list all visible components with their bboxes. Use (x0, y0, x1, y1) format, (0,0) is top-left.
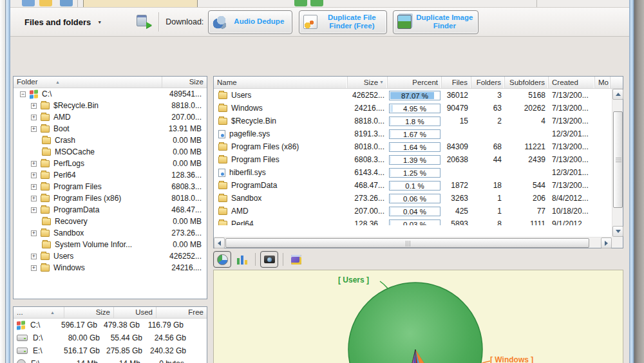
duplicate-file-finder-button[interactable]: Duplicate File Finder (Free) (299, 10, 387, 34)
file-row[interactable]: pagefile.sys8191.3...1.67 %12/3/201... (214, 127, 612, 140)
arrow-right-icon (605, 241, 608, 246)
tree-row[interactable]: +AMD207.00... (14, 111, 207, 123)
tree-row[interactable]: System Volume Infor...0.00 MB (14, 239, 207, 250)
column-header-size[interactable]: Size (64, 307, 113, 318)
column-header-folders[interactable]: Folders (471, 77, 505, 88)
toolbar-icon-partial-2[interactable] (39, 0, 52, 6)
chart-toolbar (213, 250, 305, 268)
drive-row[interactable]: E:\516.17 Gb275.85 Gb240.32 Gb (14, 344, 207, 357)
screenshot-button[interactable] (260, 251, 278, 268)
tree-item-label: Program Files (x86) (53, 194, 160, 203)
toolbar-icon-partial-3[interactable] (60, 0, 73, 6)
file-row[interactable]: Users426252...87.07 %36012351687/13/200.… (214, 89, 612, 102)
expand-icon[interactable]: + (31, 196, 37, 201)
toolbar-icon-partial-4[interactable] (294, 0, 307, 6)
tree-row[interactable]: Recovery0.00 MB (14, 216, 207, 227)
expand-icon[interactable]: + (31, 207, 37, 213)
tree-row[interactable]: +Program Files6808.3... (14, 181, 207, 192)
tree-row[interactable]: +$Recycle.Bin8818.0... (14, 100, 207, 111)
view-selector-button[interactable]: Files and folders ▼ (18, 12, 108, 32)
tree-item-label: Recovery (55, 217, 160, 226)
bar-chart-view-button[interactable] (234, 251, 251, 268)
path-input-partial[interactable] (83, 0, 198, 8)
file-cell-percent: 1.25 % (388, 168, 442, 178)
vertical-scrollbar-thumb[interactable] (613, 111, 623, 208)
tree-row[interactable]: +Sandbox273.26... (14, 227, 207, 239)
expand-icon[interactable]: + (31, 126, 37, 132)
bar-chart-icon (237, 254, 248, 265)
drive-row[interactable]: F:\14 Mb14 Mb0 bytes (14, 357, 207, 363)
file-cell-created: 8/4/2012... (549, 194, 595, 203)
file-row[interactable]: Windows24216....4.95 %9047963202627/13/2… (214, 102, 612, 115)
scroll-right-button[interactable] (601, 237, 612, 248)
column-header-size[interactable]: Size (162, 77, 207, 88)
file-row[interactable]: AMD207.00...0.04 %42517710/18/20... (214, 205, 612, 218)
file-cell-folders: 68 (471, 142, 505, 151)
arrow-up-icon (616, 93, 621, 96)
tree-row[interactable]: +Boot13.91 MB (14, 123, 207, 135)
file-cell-created: 12/3/201... (549, 168, 595, 177)
column-header-name[interactable]: Name (214, 77, 348, 88)
column-header-drive[interactable]: ... (14, 307, 47, 318)
horizontal-splitter[interactable] (13, 299, 207, 306)
export-report-button[interactable] (135, 14, 151, 30)
view-selector-label: Files and folders (24, 17, 91, 27)
collapse-icon[interactable]: − (20, 91, 26, 97)
file-row[interactable]: Program Files6808.3...1.39 %206384424397… (214, 153, 612, 166)
column-header-size[interactable]: Size ▼ (348, 77, 388, 88)
expand-icon[interactable]: + (31, 254, 37, 259)
drive-row[interactable]: C:\596.17 Gb479.38 Gb116.79 Gb (14, 319, 207, 331)
tree-row[interactable]: Crash0.00 MB (14, 135, 207, 146)
tree-row[interactable]: +Users426252... (14, 250, 207, 262)
audio-dedupe-button[interactable]: Audio Dedupe (208, 10, 292, 34)
save-chart-button[interactable] (288, 251, 305, 268)
column-header-files[interactable]: Files (442, 77, 471, 88)
file-row[interactable]: Sandbox273.26...0.06 %326312068/4/2012..… (214, 192, 612, 205)
column-header-created[interactable]: Created (549, 77, 595, 88)
tree-row[interactable]: +PerfLogs0.00 MB (14, 158, 207, 169)
tree-row[interactable]: +Windows24216.... (14, 262, 207, 274)
file-row[interactable]: hiberfil.sys6143.4...1.25 %12/3/201... (214, 166, 612, 179)
expand-icon[interactable]: + (31, 265, 37, 271)
column-header-folder[interactable]: Folder (14, 77, 52, 88)
expand-icon[interactable]: + (31, 161, 37, 167)
audio-dedupe-icon (213, 15, 227, 29)
column-header-free[interactable]: Free (156, 307, 207, 318)
scroll-left-button[interactable] (214, 237, 225, 248)
file-row[interactable]: ProgramData468.47...0.1 %1872185447/13/2… (214, 179, 612, 192)
file-row[interactable]: Perl64128.36...0.03 %5893811119/1/2012..… (214, 218, 612, 225)
tree-row[interactable]: +Program Files (x86)8018.0... (14, 192, 207, 204)
expand-icon[interactable]: + (31, 184, 37, 190)
file-cell-name: $Recycle.Bin (214, 116, 348, 126)
column-header-mo[interactable]: Mo (595, 77, 611, 88)
tree-row[interactable]: +Perl64128.36... (14, 169, 207, 181)
drive-row[interactable]: D:\80.00 Gb55.44 Gb24.56 Gb (14, 331, 207, 344)
tree-row[interactable]: −C:\489541... (14, 88, 207, 100)
scroll-down-button[interactable] (612, 226, 623, 237)
scroll-up-button[interactable] (612, 89, 623, 100)
toolbar-icon-partial-1[interactable] (22, 0, 35, 6)
vertical-splitter[interactable] (207, 39, 213, 363)
horizontal-scrollbar[interactable] (214, 237, 612, 248)
duplicate-image-finder-button[interactable]: Duplicate Image Finder (393, 10, 478, 34)
folder-icon (41, 195, 50, 202)
horizontal-scrollbar-thumb[interactable] (225, 238, 589, 248)
percent-value: 0.1 % (390, 182, 440, 190)
tree-row[interactable]: MSOCache0.00 MB (14, 146, 207, 158)
percent-bar: 1.64 % (389, 142, 440, 152)
expand-icon[interactable]: + (31, 230, 37, 236)
file-row[interactable]: $Recycle.Bin8818.0...1.8 %15247/13/200..… (214, 115, 612, 127)
column-header-percent[interactable]: Percent (388, 77, 442, 88)
tree-row[interactable]: +ProgramData468.47... (14, 204, 207, 216)
vertical-scrollbar[interactable] (612, 89, 623, 237)
expand-icon[interactable]: + (31, 115, 37, 120)
toolbar-icon-partial-5[interactable] (310, 0, 323, 6)
drive-free: 116.79 Gb (144, 321, 188, 330)
expand-icon[interactable]: + (31, 103, 37, 109)
file-row[interactable]: Program Files (x86)8018.0...1.64 %843096… (214, 140, 612, 153)
pie-chart[interactable] (214, 270, 623, 363)
expand-icon[interactable]: + (31, 172, 37, 178)
column-header-subfolders[interactable]: Subfolders (505, 77, 549, 88)
column-header-used[interactable]: Used (113, 307, 156, 318)
pie-chart-view-button[interactable] (213, 251, 231, 268)
